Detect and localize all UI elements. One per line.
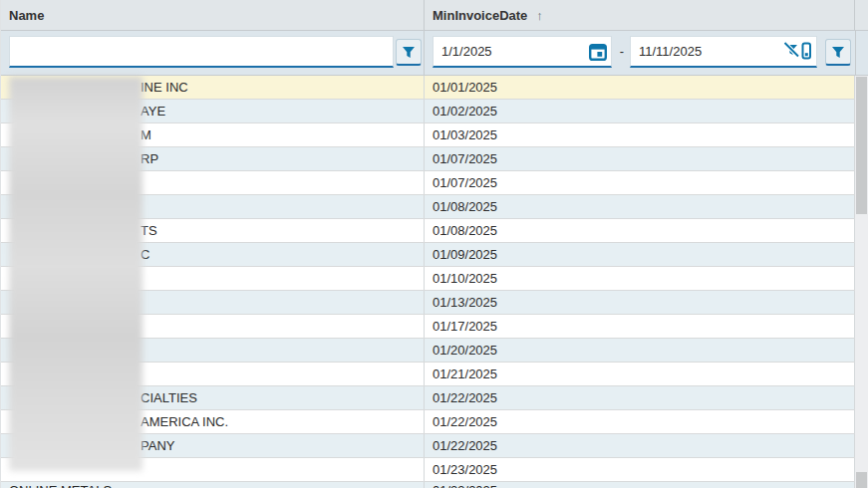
- column-header-mininvoicedate[interactable]: MinInvoiceDate ↑: [425, 0, 855, 30]
- vertical-scrollbar[interactable]: [855, 76, 868, 488]
- date-to-editor: [630, 36, 817, 68]
- date-cell: 01/09/2025: [425, 243, 855, 266]
- column-divider: [424, 31, 425, 75]
- column-header-name[interactable]: Name: [1, 0, 425, 30]
- date-cell: 01/10/2025: [425, 267, 855, 290]
- name-filter-editor: [9, 36, 394, 68]
- header-filler: [855, 0, 868, 30]
- date-cell: 01/01/2025: [425, 76, 855, 99]
- date-cell: 01/07/2025: [425, 147, 855, 170]
- name-filter-input[interactable]: [10, 44, 393, 59]
- date-range-separator: -: [614, 36, 630, 68]
- date-cell: 01/20/2025: [425, 339, 855, 362]
- date-cell: 01/02/2025: [425, 100, 855, 122]
- date-cell: 01/23/2025: [425, 482, 855, 488]
- date-cell: 01/21/2025: [425, 363, 855, 385]
- date-cell: 01/22/2025: [425, 434, 855, 457]
- invoice-grid: Name MinInvoiceDate ↑: [0, 0, 868, 488]
- redacted-region: [9, 77, 143, 471]
- date-cell: 01/07/2025: [425, 171, 855, 194]
- scrollbar-thumb[interactable]: [856, 77, 867, 214]
- filter-funnel-icon: [402, 46, 416, 59]
- clear-filter-button[interactable]: [780, 37, 816, 66]
- filter-row: -: [1, 31, 868, 76]
- column-divider: [855, 31, 856, 75]
- date-cell: 01/03/2025: [425, 123, 855, 146]
- name-filter-menu-button[interactable]: [396, 39, 422, 66]
- date-filter-menu-button[interactable]: [825, 39, 851, 66]
- grid-header-row: Name MinInvoiceDate ↑: [1, 0, 868, 31]
- filter-funnel-icon: [831, 46, 845, 59]
- column-header-mininvoicedate-label: MinInvoiceDate: [433, 8, 527, 23]
- date-cell: 01/13/2025: [425, 291, 855, 314]
- date-from-editor: [433, 36, 612, 68]
- clear-filter-icon: [783, 41, 813, 62]
- date-cell: 01/22/2025: [425, 386, 855, 409]
- date-from-input[interactable]: [434, 44, 585, 59]
- calendar-button[interactable]: [585, 37, 611, 66]
- date-cell: 01/17/2025: [425, 315, 855, 338]
- date-cell: 01/22/2025: [425, 410, 855, 433]
- date-cell: 01/08/2025: [425, 219, 855, 242]
- calendar-icon: [588, 42, 608, 62]
- name-cell: ONLINE METALS: [1, 482, 425, 488]
- sort-ascending-icon: ↑: [536, 8, 543, 23]
- date-cell: 01/23/2025: [425, 458, 855, 481]
- name-text: ONLINE METALS: [9, 483, 112, 488]
- table-row[interactable]: ONLINE METALS01/23/2025: [1, 482, 868, 488]
- scrollbar-corner: [856, 472, 867, 488]
- date-to-input[interactable]: [631, 44, 780, 59]
- date-cell: 01/08/2025: [425, 195, 855, 218]
- column-header-name-label: Name: [9, 8, 44, 23]
